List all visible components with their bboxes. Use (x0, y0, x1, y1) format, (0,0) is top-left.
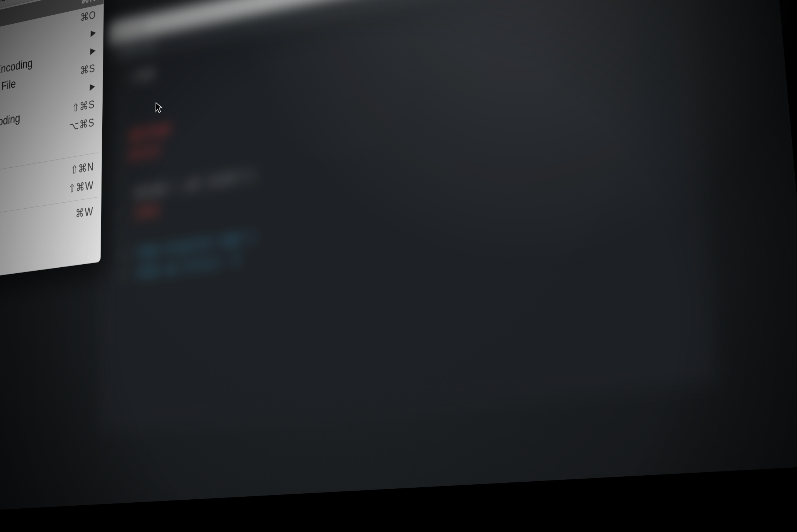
cursor-pointer-icon (155, 101, 163, 115)
submenu-arrow-icon: ▶ (86, 45, 96, 57)
traffic-light-icon (137, 23, 143, 32)
